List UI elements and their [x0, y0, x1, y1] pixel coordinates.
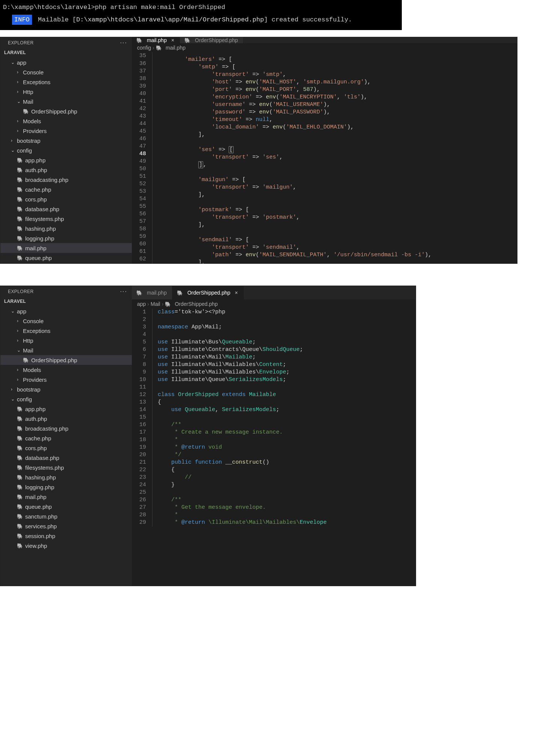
- folder-bootstrap[interactable]: bootstrap: [0, 136, 132, 145]
- file-app-php[interactable]: 🐘app.php: [0, 155, 132, 165]
- project-name[interactable]: LARAVEL: [0, 297, 132, 305]
- file-ordershipped[interactable]: 🐘OrderShipped.php: [0, 355, 132, 365]
- php-icon: 🐘: [17, 514, 23, 519]
- explorer-label: EXPLORER: [8, 40, 34, 45]
- folder-bootstrap[interactable]: bootstrap: [0, 384, 132, 394]
- terminal-msg-path: D:\xampp\htdocs\laravel\app/Mail/OrderSh…: [76, 16, 264, 23]
- editor-tabs: 🐘 mail.php 🐘 OrderShipped.php ×: [132, 286, 416, 299]
- file-broadcasting-php[interactable]: 🐘broadcasting.php: [0, 423, 132, 433]
- php-icon: 🐘: [165, 301, 171, 307]
- file-cors-php[interactable]: 🐘cors.php: [0, 194, 132, 204]
- folder-models[interactable]: Models: [0, 365, 132, 375]
- close-icon[interactable]: ×: [235, 290, 238, 296]
- chevron-right-icon: [17, 89, 23, 94]
- code-content[interactable]: class='tok-kw'><?phpnamespace App\Mail;u…: [152, 308, 416, 526]
- file-hashing-php[interactable]: 🐘hashing.php: [0, 472, 132, 482]
- file-queue-php[interactable]: 🐘queue.php: [0, 253, 132, 263]
- explorer-label: EXPLORER: [8, 289, 34, 294]
- file-session-php[interactable]: 🐘session.php: [0, 531, 132, 541]
- php-icon: 🐘: [17, 426, 23, 431]
- tab-mail[interactable]: 🐘 mail.php: [132, 286, 172, 299]
- terminal-line-2: INFO Mailable [D:\xampp\htdocs\laravel\a…: [3, 15, 399, 25]
- folder-console[interactable]: Console: [0, 67, 132, 77]
- file-auth-php[interactable]: 🐘auth.php: [0, 414, 132, 423]
- file-cors-php[interactable]: 🐘cors.php: [0, 443, 132, 453]
- tab-ordershipped[interactable]: 🐘 OrderShipped.php ×: [172, 286, 244, 299]
- sidebar: EXPLORER ··· LARAVEL app Console Excepti…: [0, 37, 132, 263]
- file-services-php[interactable]: 🐘services.php: [0, 521, 132, 531]
- php-icon: 🐘: [17, 435, 23, 441]
- php-icon: 🐘: [17, 455, 23, 461]
- file-logging-php[interactable]: 🐘logging.php: [0, 482, 132, 492]
- close-icon[interactable]: ×: [171, 37, 174, 43]
- terminal-msg-prefix: Mailable [: [38, 16, 76, 23]
- terminal-msg-suffix: ] created successfully.: [264, 16, 352, 23]
- folder-console[interactable]: Console: [0, 316, 132, 326]
- folder-models[interactable]: Models: [0, 116, 132, 126]
- editor-tabs: 🐘 mail.php × 🐘 OrderShipped.php: [132, 37, 517, 43]
- file-queue-php[interactable]: 🐘queue.php: [0, 502, 132, 511]
- php-icon: 🐘: [17, 523, 23, 529]
- sidebar-header: EXPLORER ···: [0, 37, 132, 48]
- file-filesystems-php[interactable]: 🐘filesystems.php: [0, 463, 132, 472]
- file-filesystems-php[interactable]: 🐘filesystems.php: [0, 214, 132, 224]
- folder-providers[interactable]: Providers: [0, 375, 132, 384]
- file-mail-php[interactable]: 🐘mail.php: [0, 243, 132, 253]
- chevron-right-icon: ›: [162, 301, 164, 307]
- folder-config[interactable]: config: [0, 394, 132, 404]
- folder-app[interactable]: app: [0, 306, 132, 316]
- editor-area: 🐘 mail.php 🐘 OrderShipped.php × app › Ma…: [132, 286, 416, 586]
- folder-http[interactable]: Http: [0, 87, 132, 97]
- php-icon: 🐘: [17, 406, 23, 412]
- code-editor[interactable]: 1234567891011121314151617181920212223242…: [132, 308, 416, 526]
- file-mail-php[interactable]: 🐘mail.php: [0, 492, 132, 502]
- chevron-down-icon: [11, 308, 17, 314]
- php-icon: 🐘: [17, 475, 23, 480]
- line-gutter: 3536373839404142434445464748495051525354…: [132, 52, 152, 263]
- php-icon: 🐘: [17, 543, 23, 549]
- folder-providers[interactable]: Providers: [0, 126, 132, 136]
- file-cache-php[interactable]: 🐘cache.php: [0, 184, 132, 194]
- folder-exceptions[interactable]: Exceptions: [0, 326, 132, 336]
- file-database-php[interactable]: 🐘database.php: [0, 453, 132, 463]
- more-icon[interactable]: ···: [120, 39, 127, 46]
- folder-mail[interactable]: Mail: [0, 345, 132, 355]
- chevron-right-icon: [17, 318, 23, 324]
- folder-app[interactable]: app: [0, 57, 132, 67]
- file-app-php[interactable]: 🐘app.php: [0, 404, 132, 414]
- file-cache-php[interactable]: 🐘cache.php: [0, 433, 132, 443]
- file-database-php[interactable]: 🐘database.php: [0, 204, 132, 214]
- project-name[interactable]: LARAVEL: [0, 48, 132, 57]
- terminal-window: D:\xampp\htdocs\laravel>php artisan make…: [0, 0, 402, 30]
- php-icon: 🐘: [23, 357, 29, 363]
- file-ordershipped[interactable]: 🐘OrderShipped.php: [0, 106, 132, 116]
- chevron-right-icon: ›: [152, 45, 154, 51]
- folder-mail[interactable]: Mail: [0, 97, 132, 106]
- config-files: 🐘app.php🐘auth.php🐘broadcasting.php🐘cache…: [0, 404, 132, 550]
- file-sanctum-php[interactable]: 🐘sanctum.php: [0, 263, 132, 263]
- file-logging-php[interactable]: 🐘logging.php: [0, 233, 132, 243]
- tab-ordershipped[interactable]: 🐘 OrderShipped.php: [180, 37, 243, 43]
- tab-mail[interactable]: 🐘 mail.php ×: [132, 37, 180, 43]
- file-sanctum-php[interactable]: 🐘sanctum.php: [0, 511, 132, 521]
- folder-config[interactable]: config: [0, 145, 132, 155]
- folder-http[interactable]: Http: [0, 336, 132, 345]
- folder-exceptions[interactable]: Exceptions: [0, 77, 132, 87]
- file-view-php[interactable]: 🐘view.php: [0, 541, 132, 550]
- chevron-right-icon: [17, 118, 23, 124]
- chevron-right-icon: [17, 128, 23, 133]
- chevron-down-icon: [17, 348, 23, 353]
- code-editor[interactable]: 3536373839404142434445464748495051525354…: [132, 52, 517, 263]
- more-icon[interactable]: ···: [120, 288, 127, 295]
- php-icon: 🐘: [17, 236, 23, 241]
- php-icon: 🐘: [156, 45, 162, 51]
- file-hashing-php[interactable]: 🐘hashing.php: [0, 224, 132, 233]
- sidebar: EXPLORER ··· LARAVEL app Console Excepti…: [0, 286, 132, 586]
- breadcrumb[interactable]: app › Mail › 🐘 OrderShipped.php: [132, 299, 416, 308]
- breadcrumb[interactable]: config › 🐘 mail.php: [132, 43, 517, 52]
- code-content[interactable]: 'mailers' => [ 'smtp' => [ 'transport' =…: [152, 52, 517, 263]
- terminal-prompt: D:\xampp\htdocs\laravel>: [3, 4, 95, 11]
- file-auth-php[interactable]: 🐘auth.php: [0, 165, 132, 175]
- chevron-right-icon: [17, 338, 23, 343]
- file-broadcasting-php[interactable]: 🐘broadcasting.php: [0, 175, 132, 184]
